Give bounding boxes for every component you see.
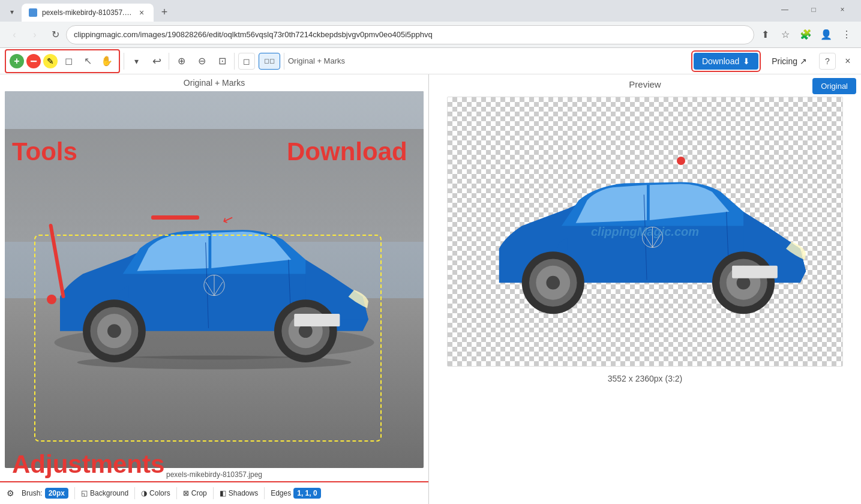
main-split: Tools Download Adjustments Original + Ma… bbox=[0, 74, 861, 504]
left-panel: Tools Download Adjustments Original + Ma… bbox=[0, 74, 429, 504]
canvas-area[interactable]: ↙ bbox=[5, 91, 424, 468]
download-btn-wrapper: Download ⬇ bbox=[691, 50, 761, 72]
menu-button[interactable]: ⋮ bbox=[837, 25, 856, 44]
view-mode-label: Original + Marks bbox=[288, 56, 345, 65]
refresh-button[interactable]: ↻ bbox=[46, 25, 65, 44]
preview-title: Preview bbox=[629, 79, 661, 89]
back-button[interactable]: ‹ bbox=[5, 25, 24, 44]
toolbar-sep-b4 bbox=[213, 487, 214, 499]
pricing-button[interactable]: Pricing ↗ bbox=[766, 53, 813, 70]
preview-canvas[interactable]: clippingMagic.com bbox=[447, 97, 843, 367]
svg-point-22 bbox=[546, 276, 560, 290]
brush-setting: Brush: 20px bbox=[22, 488, 68, 499]
toolbar-sep-3 bbox=[234, 53, 235, 70]
tab-title: pexels-mikebirdy-810357.jpeg bbox=[42, 8, 132, 17]
active-tab[interactable]: pexels-mikebirdy-810357.jpeg × bbox=[22, 4, 154, 22]
view-both-button[interactable]: ◻◻ bbox=[259, 53, 280, 70]
browser-frame: ▾ pexels-mikebirdy-810357.jpeg × + — □ ×… bbox=[0, 0, 861, 504]
fit-button[interactable]: ⊡ bbox=[214, 53, 230, 70]
bottom-toolbar: ⚙ Brush: 20px ◱ Background ◑ Colors bbox=[0, 481, 428, 504]
toolbar-sep-2 bbox=[169, 53, 169, 70]
download-button[interactable]: Download ⬇ bbox=[694, 53, 758, 70]
svg-point-16 bbox=[77, 356, 352, 370]
profile-button[interactable]: 👤 bbox=[817, 25, 836, 44]
toolbar-sep-b2 bbox=[134, 487, 135, 499]
edges-value[interactable]: 1, 1, 0 bbox=[293, 488, 320, 499]
history-dropdown[interactable]: ▾ bbox=[128, 53, 145, 70]
cast-button[interactable]: ⬆ bbox=[755, 25, 775, 44]
edges-label: Edges bbox=[271, 489, 291, 497]
new-tab-button[interactable]: + bbox=[156, 4, 173, 20]
background-setting[interactable]: ◱ Background bbox=[81, 489, 128, 497]
hand-tool-button[interactable]: ✋ bbox=[98, 53, 115, 70]
undo-button[interactable]: ↩ bbox=[148, 53, 165, 70]
tab-close-btn[interactable]: × bbox=[137, 8, 146, 17]
close-button[interactable]: × bbox=[829, 1, 856, 18]
background-icon: ◱ bbox=[81, 489, 88, 497]
address-bar[interactable]: clippingmagic.com/images/190828266/edit/… bbox=[66, 25, 754, 44]
crop-setting[interactable]: ⊠ Crop bbox=[183, 489, 207, 497]
maximize-button[interactable]: □ bbox=[800, 1, 827, 18]
right-panel: Preview Original bbox=[429, 74, 861, 504]
remove-tool-button[interactable]: − bbox=[26, 54, 41, 68]
brush-value[interactable]: 20px bbox=[45, 488, 68, 499]
toolbar-sep-4 bbox=[284, 53, 284, 70]
toolbar-sep-b3 bbox=[176, 487, 177, 499]
view-original-button[interactable]: ◻ bbox=[238, 53, 255, 70]
svg-rect-11 bbox=[294, 314, 340, 326]
colors-setting[interactable]: ◑ Colors bbox=[141, 489, 170, 497]
marker-tool-button[interactable]: ✎ bbox=[43, 54, 58, 68]
image-dimensions: 3552 x 2360px (3:2) bbox=[603, 369, 688, 388]
crop-label: Crop bbox=[191, 489, 207, 497]
url-text: clippingmagic.com/images/190828266/edit/… bbox=[74, 30, 433, 39]
app-container: + − ✎ ◻ ↖ ✋ ▾ ↩ ⊕ ⊖ ⊡ ◻ ◻◻ Original bbox=[0, 48, 861, 504]
brush-label: Brush: bbox=[22, 489, 43, 497]
original-button[interactable]: Original bbox=[812, 78, 856, 94]
forward-button[interactable]: › bbox=[25, 25, 44, 44]
external-link-icon: ↗ bbox=[800, 56, 807, 66]
svg-point-6 bbox=[107, 324, 121, 338]
app-toolbar: + − ✎ ◻ ↖ ✋ ▾ ↩ ⊕ ⊖ ⊡ ◻ ◻◻ Original bbox=[0, 48, 861, 74]
extensions-button[interactable]: 🧩 bbox=[796, 25, 815, 44]
add-tool-button[interactable]: + bbox=[10, 54, 24, 68]
colors-icon: ◑ bbox=[141, 489, 147, 497]
toolbar-sep-b5 bbox=[264, 487, 265, 499]
filename-display: pexels-mikebirdy-810357.jpeg bbox=[0, 468, 428, 481]
zoom-in-button[interactable]: ⊕ bbox=[173, 53, 190, 70]
svg-rect-27 bbox=[732, 266, 778, 278]
shadows-label: Shadows bbox=[229, 489, 258, 497]
view-mode-display: Original + Marks bbox=[0, 74, 428, 91]
settings-icon[interactable]: ⚙ bbox=[5, 488, 16, 499]
help-button[interactable]: ? bbox=[819, 53, 836, 70]
zoom-out-button[interactable]: ⊖ bbox=[193, 53, 210, 70]
close-panel-button[interactable]: × bbox=[839, 53, 856, 70]
toolbar-sep-1 bbox=[124, 53, 124, 70]
shadows-setting[interactable]: ◧ Shadows bbox=[220, 489, 258, 497]
shadows-icon: ◧ bbox=[220, 489, 226, 497]
bookmark-button[interactable]: ☆ bbox=[776, 25, 795, 44]
edges-setting: Edges 1, 1, 0 bbox=[271, 488, 320, 499]
toolbar-sep-b1 bbox=[74, 487, 75, 499]
preview-header: Preview Original bbox=[429, 74, 861, 94]
eraser-tool-button[interactable]: ◻ bbox=[60, 53, 77, 70]
tools-group: + − ✎ ◻ ↖ ✋ bbox=[5, 49, 120, 73]
colors-label: Colors bbox=[149, 489, 170, 497]
minimize-button[interactable]: — bbox=[771, 1, 799, 18]
background-label: Background bbox=[90, 489, 128, 497]
tab-list-button[interactable]: ▾ bbox=[5, 5, 19, 19]
download-icon: ⬇ bbox=[743, 56, 750, 66]
cursor-tool-button[interactable]: ↖ bbox=[79, 53, 96, 70]
crop-icon: ⊠ bbox=[183, 489, 189, 497]
